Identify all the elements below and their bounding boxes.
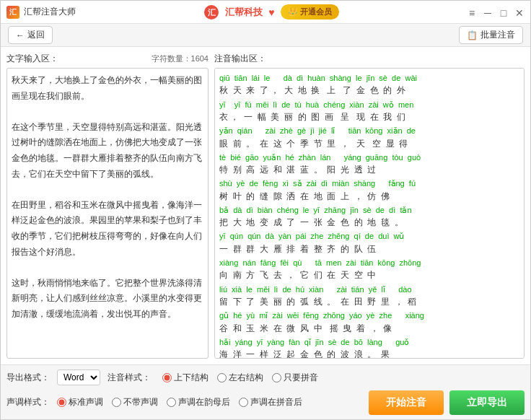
radio-no-tone[interactable]: 不带声调 (112, 396, 158, 408)
vip-label: 开通会员 (300, 6, 332, 17)
radio-standard-tone-label: 标准声调 (69, 396, 103, 408)
format-row: 导出格式： Word Excel PDF TXT 注音样式： 上下结构 左右结构 (6, 369, 525, 385)
output-label: 注音输出区： (214, 53, 266, 65)
titlebar-center: 汇 汇帮科技 ♥ 👑 开通会员 (203, 4, 338, 20)
radio-left-right[interactable]: 左右结构 (217, 372, 263, 384)
pinyin-text-11: hǎi yáng yī yàng fàn qǐ jīn sè de bō làn… (219, 337, 519, 348)
bottom-controls: 导出格式： Word Excel PDF TXT 注音样式： 上下结构 左右结构 (1, 364, 530, 419)
radio-standard-tone-input[interactable] (57, 398, 66, 407)
back-label: 返回 (27, 29, 45, 41)
batch-button[interactable]: 📋 批量注音 (459, 26, 523, 44)
heart-icon: ♥ (268, 6, 274, 18)
output-line-9: liú xià le měi lì de hú xiàn zài tián yě… (219, 284, 519, 310)
chinese-text-4: 特 别 高 远 和 湛 蓝 。 阳 光 透 过 (219, 163, 519, 177)
output-line-7: yī qún qún dà yàn pái zhe zhěng qí de du… (219, 231, 519, 256)
char-count: 字符数量：1604 (152, 53, 209, 64)
svg-text:汇: 汇 (208, 8, 216, 17)
pinyin-text-3: yǎn qián zài zhè gè jì jié lǐ tiān kōng … (219, 126, 519, 136)
radio-after-pinyin-label: 声调在拼音后 (250, 396, 302, 408)
brand-name: 汇帮科技 (225, 6, 263, 19)
radio-left-right-label: 左右结构 (229, 372, 263, 384)
export-format-select[interactable]: Word Excel PDF TXT (57, 369, 100, 385)
titlebar-right: ≡ ─ □ ✕ (467, 7, 525, 17)
main-window: 汇 汇帮注音大师 汇 汇帮科技 ♥ 👑 开通会员 ≡ ─ □ ✕ ← 返回 (0, 0, 531, 420)
output-area: qiū tiān lái le dà dì huàn shàng le jīn … (214, 68, 525, 359)
export-format-label: 导出格式： (6, 372, 50, 384)
start-phonetic-button[interactable]: 开始注音 (369, 390, 444, 415)
chinese-text-1: 秋 天 来 了 ， 大 地 换 上 了 金 色 的 外 (219, 84, 519, 97)
tone-row-container: 声调样式： 标准声调 不带声调 声调在韵母后 (6, 389, 525, 415)
export-button[interactable]: 立即导出 (449, 390, 525, 415)
main-content: 文字输入区： 字符数量：1604 秋天来了，大地换上了金色的外衣，一幅美丽的图画… (1, 47, 530, 364)
output-line-4: tè bié gāo yuǎn hé zhàn lán yáng guāng t… (219, 152, 519, 178)
radio-pinyin-only-input[interactable] (272, 373, 281, 382)
app-icon: 汇 (6, 6, 19, 19)
radio-standard-tone[interactable]: 标准声调 (57, 396, 103, 408)
radio-after-vowel[interactable]: 声调在韵母后 (167, 396, 230, 408)
output-line-2: yī yī fú měi lì de tú huà chéng xiàn zài… (219, 100, 519, 125)
chinese-text-3: 眼 前 。 在 这 个 季 节 里 ， 天 空 显 得 (219, 137, 519, 151)
input-panel-header: 文字输入区： 字符数量：1604 (6, 53, 209, 65)
tone-row: 声调样式： 标准声调 不带声调 声调在韵母后 (6, 396, 302, 408)
phonetic-style-label: 注音样式： (107, 372, 151, 384)
pinyin-text-10: gǔ hé yù mǐ zài wēi fēng zhōng yáo yè zh… (219, 310, 519, 321)
batch-label: 批量注音 (480, 29, 515, 41)
radio-after-vowel-label: 声调在韵母后 (178, 396, 230, 408)
chinese-text-9: 留 下 了 美 丽 的 弧 线 。 在 田 野 里 ， 稻 (219, 295, 519, 309)
output-panel-header: 注音输出区： (214, 53, 525, 65)
pinyin-text-4: tè bié gāo yuǎn hé zhàn lán yáng guāng t… (219, 152, 519, 163)
tone-style-group: 标准声调 不带声调 声调在韵母后 声调在拼音后 (57, 396, 302, 408)
vip-button[interactable]: 👑 开通会员 (281, 4, 339, 19)
chinese-text-8: 向 南 方 飞 去 ， 它 们 在 天 空 中 (219, 268, 519, 282)
pinyin-text-7: yī qún qún dà yàn pái zhe zhěng qí de du… (219, 231, 519, 242)
maximize-button[interactable]: □ (499, 7, 509, 17)
tone-label: 声调样式： (6, 396, 50, 408)
radio-left-right-input[interactable] (217, 373, 227, 382)
vip-icon: 👑 (288, 7, 298, 17)
titlebar: 汇 汇帮注音大师 汇 汇帮科技 ♥ 👑 开通会员 ≡ ─ □ ✕ (1, 1, 530, 24)
pinyin-text-8: xiàng nán fāng fēi qù tā men zài tiān kō… (219, 258, 519, 268)
output-line-10: gǔ hé yù mǐ zài wēi fēng zhōng yáo yè zh… (219, 310, 519, 336)
chinese-text-11: 海 洋 一 样 泛 起 金 色 的 波 浪 。 果 (219, 348, 519, 359)
pinyin-text-5: shù yè de fèng xì sǎ zài dì miàn shàng f… (219, 178, 519, 189)
radio-top-bottom[interactable]: 上下结构 (162, 372, 209, 384)
output-line-11: hǎi yáng yī yàng fàn qǐ jīn sè de bō làn… (219, 337, 519, 359)
menu-button[interactable]: ≡ (467, 7, 477, 17)
chinese-text-2: 衣 ， 一 幅 美 丽 的 图 画 呈 现 在 我 们 (219, 110, 519, 124)
radio-top-bottom-input[interactable] (162, 373, 172, 382)
pinyin-text-6: bǎ dà dì biàn chéng le yī zhāng jīn sè d… (219, 205, 519, 216)
back-button[interactable]: ← 返回 (8, 26, 53, 44)
chinese-text-6: 把 大 地 变 成 了 一 张 金 色 的 地 毯 。 (219, 216, 519, 229)
input-label: 文字输入区： (6, 53, 58, 65)
output-line-6: bǎ dà dì biàn chéng le yī zhāng jīn sè d… (219, 205, 519, 230)
chinese-text-7: 一 群 群 大 雁 排 着 整 齐 的 队 伍 (219, 242, 519, 256)
radio-after-vowel-input[interactable] (167, 398, 176, 407)
radio-pinyin-only[interactable]: 只要拼音 (272, 372, 318, 384)
output-line-3: yǎn qián zài zhè gè jì jié lǐ tiān kōng … (219, 126, 519, 151)
back-arrow-icon: ← (16, 30, 25, 40)
brand-logo-icon: 汇 (203, 4, 219, 20)
action-buttons: 开始注音 立即导出 (369, 390, 525, 415)
close-button[interactable]: ✕ (514, 7, 525, 17)
radio-pinyin-only-label: 只要拼音 (284, 372, 318, 384)
titlebar-left: 汇 汇帮注音大师 (6, 6, 76, 19)
output-line-8: xiàng nán fāng fēi qù tā men zài tiān kō… (219, 258, 519, 283)
toolbar: ← 返回 📋 批量注音 (1, 24, 530, 47)
radio-after-pinyin[interactable]: 声调在拼音后 (239, 396, 302, 408)
radio-after-pinyin-input[interactable] (239, 398, 248, 407)
left-panel: 文字输入区： 字符数量：1604 秋天来了，大地换上了金色的外衣，一幅美丽的图画… (6, 53, 209, 359)
minimize-button[interactable]: ─ (483, 7, 493, 17)
text-input[interactable]: 秋天来了，大地换上了金色的外衣，一幅美丽的图画呈现在我们眼前。 在这个季节里，天… (6, 68, 209, 359)
pinyin-text-1: qiū tiān lái le dà dì huàn shàng le jīn … (219, 73, 519, 84)
radio-no-tone-input[interactable] (112, 398, 121, 407)
right-panel: 注音输出区： qiū tiān lái le dà dì huàn shàng … (214, 53, 525, 359)
phonetic-style-group: 上下结构 左右结构 只要拼音 (162, 372, 318, 384)
batch-icon: 📋 (467, 30, 478, 40)
output-line-5: shù yè de fèng xì sǎ zài dì miàn shàng f… (219, 178, 519, 204)
pinyin-text-2: yī yī fú měi lì de tú huà chéng xiàn zài… (219, 100, 519, 110)
radio-no-tone-label: 不带声调 (123, 396, 158, 408)
radio-top-bottom-label: 上下结构 (174, 372, 209, 384)
output-line-1: qiū tiān lái le dà dì huàn shàng le jīn … (219, 73, 519, 98)
chinese-text-5: 树 叶 的 缝 隙 洒 在 地 面 上 ， 仿 佛 (219, 190, 519, 204)
pinyin-text-9: liú xià le měi lì de hú xiàn zài tián yě… (219, 284, 519, 295)
